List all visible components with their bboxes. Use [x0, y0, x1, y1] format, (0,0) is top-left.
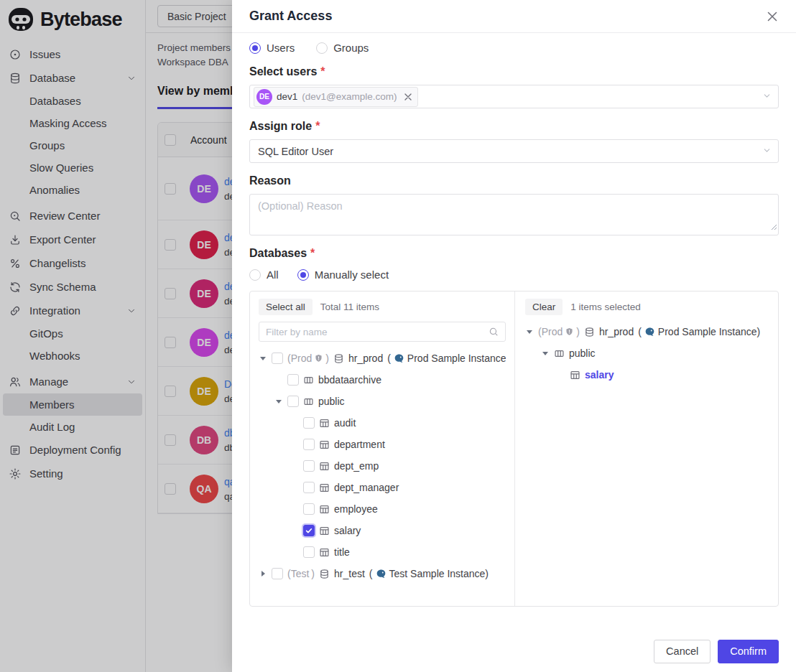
picker-source-panel: Select all Total 11 items (Prod) — [250, 291, 515, 606]
close-button[interactable] — [766, 10, 779, 23]
table-icon — [319, 418, 330, 429]
node-checkbox[interactable] — [303, 417, 315, 429]
table-icon — [319, 504, 330, 515]
table-icon — [319, 482, 330, 493]
tree-node-schema[interactable]: bbdataarchive — [259, 369, 506, 391]
radio-unselected-icon — [316, 42, 328, 54]
node-checkbox-checked[interactable] — [303, 525, 315, 536]
remove-chip-button[interactable] — [404, 93, 412, 101]
grant-access-modal: Grant Access Users Groups Select users* — [232, 0, 796, 672]
picker-selected-panel: Clear 1 items selected (Prod) hr_prod (P… — [515, 291, 778, 606]
selected-node-schema[interactable]: public — [525, 342, 768, 364]
table-icon — [319, 439, 330, 450]
node-checkbox[interactable] — [272, 353, 283, 364]
total-items-count: Total 11 items — [320, 302, 379, 312]
modal-header: Grant Access — [232, 0, 796, 33]
node-checkbox[interactable] — [287, 396, 299, 407]
environment-badge: (Prod) — [538, 326, 580, 337]
table-icon — [319, 547, 330, 558]
database-picker: Select all Total 11 items (Prod) — [249, 291, 779, 607]
chip-user-email: (dev1@example.com) — [302, 91, 397, 102]
select-all-button[interactable]: Select all — [259, 299, 313, 315]
required-marker: * — [315, 120, 320, 133]
source-tree: (Prod) hr_prod (Prod Sample Instance) bb… — [259, 347, 506, 584]
check-icon — [305, 526, 313, 535]
radio-unselected-icon — [249, 269, 261, 281]
tree-node-table[interactable]: department — [259, 434, 506, 455]
clear-button[interactable]: Clear — [525, 299, 563, 315]
tree-node-table[interactable]: dept_manager — [259, 477, 506, 498]
remove-icon — [404, 93, 412, 101]
table-icon — [319, 461, 330, 472]
shield-icon — [565, 327, 574, 337]
postgres-icon — [644, 327, 655, 337]
assign-role-label: Assign role* — [249, 120, 779, 133]
dropdown-chevron-icon — [762, 90, 772, 103]
instance-label: (Prod Sample Instance) — [387, 353, 506, 364]
node-checkbox[interactable] — [303, 503, 315, 515]
postgres-icon — [376, 569, 387, 579]
node-checkbox[interactable] — [287, 374, 299, 386]
radio-all-databases[interactable]: All — [249, 269, 279, 281]
caret-right-icon[interactable] — [259, 571, 267, 577]
caret-down-icon[interactable] — [259, 357, 267, 360]
shield-icon — [314, 354, 323, 363]
node-checkbox[interactable] — [303, 546, 315, 558]
selected-node-database[interactable]: (Prod) hr_prod (Prod Sample Instance) — [525, 321, 768, 342]
tree-node-database[interactable]: (Prod) hr_prod (Prod Sample Instance) — [259, 347, 506, 369]
caret-down-icon[interactable] — [525, 330, 534, 334]
caret-down-icon[interactable] — [274, 400, 283, 403]
modal-body: Users Groups Select users* DE dev1 (dev1… — [232, 33, 796, 630]
filter-box — [259, 322, 506, 342]
node-checkbox[interactable] — [303, 460, 315, 472]
reason-field — [249, 194, 779, 235]
resize-handle[interactable] — [771, 220, 777, 233]
close-icon — [766, 10, 779, 23]
search-icon — [489, 327, 499, 337]
databases-label: Databases* — [249, 247, 779, 260]
table-icon — [570, 370, 580, 381]
radio-manually-select[interactable]: Manually select — [297, 269, 389, 281]
node-checkbox[interactable] — [303, 482, 315, 493]
assign-role-value: SQL Editor User — [254, 146, 333, 157]
confirm-button[interactable]: Confirm — [718, 640, 779, 663]
chip-user-name: dev1 — [277, 91, 297, 102]
caret-down-icon[interactable] — [541, 352, 550, 355]
modal-title: Grant Access — [249, 9, 332, 24]
selected-node-table[interactable]: salary — [525, 364, 768, 386]
select-users-label: Select users* — [249, 65, 779, 78]
database-icon — [584, 327, 595, 337]
tree-node-table-selected[interactable]: salary — [259, 520, 506, 541]
database-icon — [333, 353, 344, 364]
selected-tree: (Prod) hr_prod (Prod Sample Instance) pu… — [525, 321, 768, 386]
radio-users[interactable]: Users — [249, 42, 295, 54]
radio-selected-icon — [249, 42, 261, 54]
schema-icon — [554, 348, 565, 359]
node-checkbox[interactable] — [303, 439, 315, 450]
schema-icon — [303, 396, 314, 407]
select-users-input[interactable]: DE dev1 (dev1@example.com) — [249, 85, 779, 108]
tree-node-table[interactable]: employee — [259, 498, 506, 520]
environment-badge: (Test) — [287, 568, 315, 579]
tree-node-table[interactable]: title — [259, 541, 506, 563]
node-checkbox[interactable] — [272, 568, 283, 579]
instance-label: (Test Sample Instance) — [369, 568, 489, 579]
tree-node-table[interactable]: audit — [259, 412, 506, 434]
table-icon — [319, 526, 330, 536]
schema-icon — [303, 375, 314, 386]
member-type-radios: Users Groups — [249, 42, 779, 54]
selected-items-count: 1 items selected — [570, 302, 641, 312]
reason-textarea[interactable] — [249, 194, 779, 235]
assign-role-select[interactable]: SQL Editor User — [249, 139, 779, 163]
tree-node-table[interactable]: dept_emp — [259, 455, 506, 477]
filter-input[interactable] — [266, 327, 489, 337]
app-screen: Bytebase Issues Database Databases Maski… — [0, 0, 796, 672]
cancel-button[interactable]: Cancel — [654, 640, 711, 663]
tree-node-schema[interactable]: public — [259, 391, 506, 412]
selected-user-chip: DE dev1 (dev1@example.com) — [254, 87, 418, 107]
tree-node-database[interactable]: (Test) hr_test (Test Sample Instance) — [259, 563, 506, 584]
dropdown-chevron-icon — [762, 145, 772, 158]
required-marker: * — [320, 65, 325, 78]
instance-label: (Prod Sample Instance) — [638, 326, 760, 337]
radio-groups[interactable]: Groups — [316, 42, 369, 54]
